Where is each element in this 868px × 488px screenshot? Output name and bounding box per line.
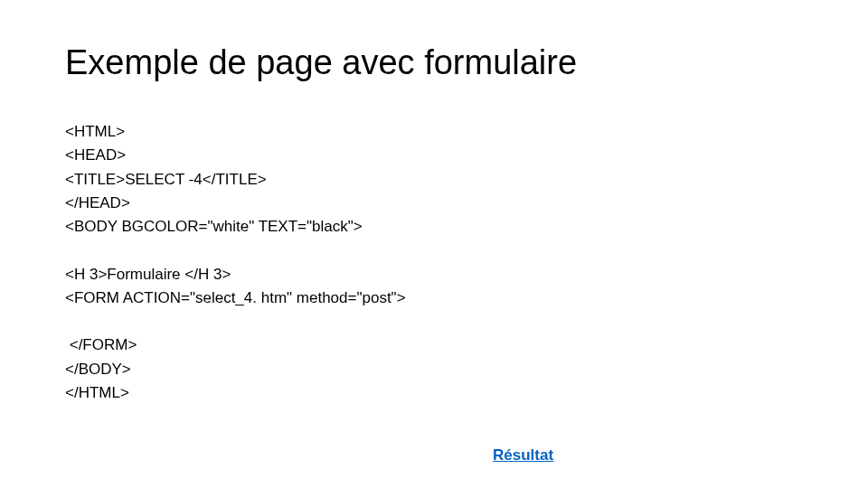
- code-line: <TITLE>SELECT -4</TITLE>: [65, 168, 803, 192]
- code-block: <HTML> <HEAD> <TITLE>SELECT -4</TITLE> <…: [65, 120, 803, 405]
- code-line: <H 3>Formulaire </H 3>: [65, 263, 803, 286]
- page-title: Exemple de page avec formulaire: [65, 43, 803, 82]
- code-line: <HTML>: [65, 120, 803, 144]
- blank-line: [65, 310, 803, 333]
- code-line: <HEAD>: [65, 144, 803, 167]
- code-line: <BODY BGCOLOR="white" TEXT="black">: [65, 215, 803, 239]
- code-line: </FORM>: [65, 333, 803, 357]
- code-line: </BODY>: [65, 358, 803, 381]
- code-line: <FORM ACTION="select_4. htm" method="pos…: [65, 286, 803, 310]
- blank-line: [65, 239, 803, 263]
- code-line: </HEAD>: [65, 192, 803, 215]
- result-link[interactable]: Résultat: [493, 446, 553, 465]
- code-line: </HTML>: [65, 381, 803, 405]
